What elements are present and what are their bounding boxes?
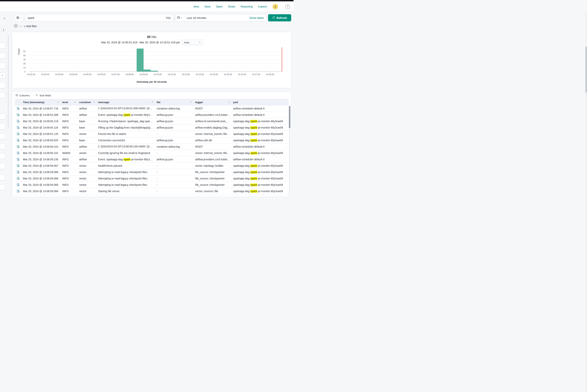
nav-save[interactable]: Save (204, 5, 211, 8)
log-table-row: Mar 20, 2024 @ 14:08:59.066INFOvectorAtt… (15, 169, 289, 176)
cell-container: base (78, 118, 96, 124)
time-range-text[interactable]: Last 18 minutes (184, 16, 249, 20)
save-query-icon (16, 16, 19, 20)
hits-count: 66 (147, 35, 150, 38)
x-tick-label: 14:12:00 (182, 73, 190, 76)
sidebar-scrollbar[interactable] (8, 35, 8, 128)
add-filter-button[interactable]: + Add filter (24, 25, 37, 28)
nav-inspect[interactable]: Inspect (258, 5, 267, 8)
column-header-time[interactable]: Time (timestamp) (22, 99, 61, 106)
date-quick-select-button[interactable] (175, 14, 184, 21)
field-item-partial[interactable] (0, 63, 6, 68)
inspect-document-button[interactable] (17, 189, 20, 193)
cell-container: vector (78, 150, 96, 156)
field-item-partial[interactable] (0, 153, 6, 159)
collapsed-sidebar: 3 × (0, 12, 11, 196)
field-item-partial[interactable] (0, 124, 6, 129)
inspect-document-button[interactable] (17, 151, 20, 155)
field-item-partial[interactable] (0, 163, 6, 169)
cell-pod: airflow-scheduler-default-0 (232, 106, 289, 112)
cell-expand (15, 112, 22, 118)
cell-container: vector (78, 169, 96, 176)
histogram-bar[interactable] (137, 48, 144, 72)
cell-time: Mar 20, 2024 @ 14:08:59.235 (22, 156, 61, 163)
cell-message: Filling up the DagBag from /stackable/ap… (96, 124, 155, 131)
field-item-partial[interactable]: × (0, 73, 6, 78)
cell-container: vector (78, 182, 96, 188)
x-tick-label: 14:06:00 (97, 73, 106, 76)
columns-button[interactable]: Columns (15, 94, 30, 97)
column-header-message[interactable]: message (96, 99, 155, 106)
field-item-partial[interactable] (0, 184, 6, 190)
sidebar-toggle-button[interactable] (2, 16, 7, 21)
cell-pod: sparkapp-dag-spark-pi-monitor-80y3uw09 (232, 188, 289, 194)
cell-expand (15, 124, 22, 131)
field-item-partial[interactable] (0, 92, 6, 98)
column-header-level[interactable]: level (61, 99, 78, 106)
log-table-row: Mar 20, 2024 @ 14:09:01.125INFOvectorFou… (15, 131, 289, 137)
search-input[interactable] (28, 16, 166, 20)
field-item-partial[interactable] (0, 144, 6, 149)
x-tick-label: 14:03:00 (55, 73, 64, 76)
cell-expand (15, 106, 22, 112)
cell-pod: sparkapp-dag-spark-pi-monitor-80y3uw09 (232, 176, 289, 182)
sort-fields-button[interactable]: Sort fields (36, 94, 51, 97)
inspect-document-button[interactable] (17, 138, 20, 142)
nav-reporting[interactable]: Reporting (240, 5, 253, 8)
user-avatar[interactable]: a (272, 4, 278, 10)
nav-open[interactable]: Open (216, 5, 222, 8)
inspect-document-button[interactable] (17, 126, 20, 130)
column-header-pod[interactable]: pod (232, 99, 289, 106)
x-axis: 14:01:0014:02:0014:03:0014:04:0014:05:00… (29, 72, 282, 80)
field-item-partial[interactable] (0, 53, 6, 58)
inspect-document-button[interactable] (17, 183, 20, 187)
cell-level: INFO (61, 137, 78, 144)
table-scrollbar-thumb[interactable] (289, 106, 290, 128)
search-field: DQL (25, 14, 174, 22)
inspect-document-button[interactable] (17, 113, 20, 117)
column-header-logger[interactable]: logger (194, 99, 232, 106)
column-header-file[interactable]: file (155, 99, 194, 106)
field-item-partial[interactable] (0, 174, 6, 180)
query-language-button[interactable]: DQL (166, 16, 171, 19)
interval-select[interactable]: Auto (182, 40, 202, 45)
cell-pod: sparkapp-dag-spark-pi-monitor-80y3uw09 (232, 131, 289, 137)
histogram-bar[interactable] (150, 71, 158, 72)
cell-expand (15, 144, 22, 150)
inspect-document-button[interactable] (17, 145, 20, 148)
column-header-container[interactable]: container (78, 99, 96, 106)
help-icon[interactable]: ? (285, 4, 290, 9)
nav-share[interactable]: Share (228, 5, 236, 8)
saved-query-menu-button[interactable] (14, 14, 24, 22)
inspect-document-button[interactable] (17, 132, 20, 136)
refresh-button[interactable]: Refresh (268, 14, 291, 22)
inspect-document-button[interactable] (17, 106, 20, 110)
histogram-panel: 66 hits Mar 20, 2024 @ 14:00:51.418 - Ma… (12, 32, 292, 88)
filter-icon[interactable] (14, 24, 18, 29)
inspect-document-button[interactable] (17, 119, 20, 123)
cell-logger: airflow.cli.commands.task_c… (194, 118, 232, 124)
remove-field-icon[interactable]: × (1, 74, 3, 77)
cell-pod: sparkapp-dag-spark-pi-monitor-80y3uw09 (232, 169, 289, 176)
cell-message: Running <TaskInstance: sparkapp_dag.spar… (96, 118, 155, 124)
cell-level: INFO (61, 106, 78, 112)
log-table-row: Mar 20, 2024 @ 14:08:59.066INFOvectorAtt… (15, 176, 289, 182)
histogram-bar[interactable] (144, 70, 150, 72)
show-dates-button[interactable]: Show dates (249, 16, 266, 20)
x-tick-mark (242, 72, 242, 72)
inspect-document-button[interactable] (17, 176, 20, 180)
inspect-document-button[interactable] (17, 170, 20, 174)
field-item-partial[interactable] (0, 133, 6, 139)
inspect-document-button[interactable] (17, 158, 20, 161)
field-item-partial[interactable] (0, 82, 6, 88)
y-tick-label: 20 (23, 62, 26, 65)
field-item-partial[interactable] (0, 43, 6, 48)
inspect-document-button[interactable] (17, 164, 20, 168)
x-tick-label: 14:09:00 (140, 73, 148, 76)
cell-time: Mar 20, 2024 @ 14:09:00.315 (22, 144, 61, 150)
nav-new[interactable]: New (194, 5, 199, 8)
x-tick-label: 14:16:00 (238, 73, 246, 76)
field-item-partial[interactable] (0, 114, 6, 120)
x-tick-label: 14:11:00 (168, 73, 176, 76)
chevron-down-icon (152, 101, 154, 104)
